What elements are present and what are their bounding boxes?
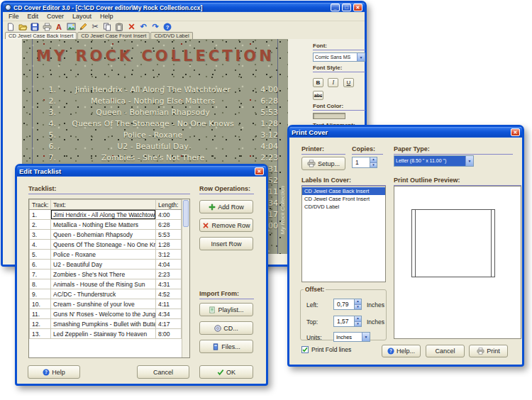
cell-track-text[interactable]: Police - Roxane — [51, 250, 156, 260]
spin-down-icon[interactable]: ▼ — [370, 163, 377, 168]
font-color-swatch[interactable] — [313, 113, 345, 119]
cell-track-length[interactable]: 4:52 — [156, 289, 182, 299]
help-button[interactable]: ? Help... — [382, 345, 421, 357]
cell-track-number[interactable]: 2. — [30, 220, 51, 230]
cell-track-number[interactable]: 13. — [30, 329, 51, 339]
insert-row-button[interactable]: Insert Row — [199, 237, 253, 250]
tracklist-scrollbar[interactable] — [182, 199, 189, 357]
font-icon[interactable]: A — [54, 22, 64, 31]
left-offset-spinner[interactable]: 0,79 ▲▼ — [333, 299, 362, 310]
minimize-button[interactable]: _ — [331, 4, 340, 11]
tab-3[interactable]: CD/DVD Label — [150, 32, 192, 39]
font-select[interactable]: Comic Sans MS ▼ — [313, 52, 365, 62]
cell-track-number[interactable]: 7. — [30, 270, 51, 279]
cell-track-text[interactable]: Jimi Hendrix - All Along The Watchtower — [51, 210, 156, 220]
help-icon[interactable]: ? — [162, 22, 172, 31]
cell-track-text[interactable]: U2 - Beautiful Day — [51, 260, 156, 270]
save-icon[interactable] — [30, 22, 40, 31]
cell-track-length[interactable]: 4:11 — [156, 299, 182, 309]
labels-listbox[interactable]: CD Jewel Case Back InsertCD Jewel Case F… — [301, 186, 386, 282]
cell-track-length[interactable]: 6:28 — [156, 220, 182, 230]
cell-track-length[interactable]: 2:23 — [156, 270, 182, 279]
menu-edit[interactable]: Edit — [23, 13, 43, 20]
listbox-item[interactable]: CD/DVD Label — [302, 203, 385, 211]
maximize-button[interactable]: □ — [342, 4, 351, 11]
copy-icon[interactable] — [102, 22, 112, 31]
chevron-down-icon[interactable]: ▼ — [362, 333, 370, 341]
cell-track-text[interactable]: Cream - Sunshine of your love — [51, 299, 156, 309]
paste-icon[interactable] — [114, 22, 124, 31]
cell-track-length[interactable]: 8:00 — [156, 329, 182, 339]
spin-up-icon[interactable]: ▲ — [355, 316, 361, 322]
cell-track-text[interactable]: AC/DC - Thunderstruck — [51, 289, 156, 299]
new-icon[interactable] — [6, 22, 16, 31]
cancel-button[interactable]: Cancel — [426, 345, 465, 357]
redo-icon[interactable]: ↷ — [150, 22, 160, 31]
open-icon[interactable] — [18, 22, 28, 31]
menu-layout[interactable]: Layout — [68, 13, 96, 20]
delete-icon[interactable] — [126, 22, 136, 31]
col-track[interactable]: Track: — [30, 200, 51, 210]
cell-track-text[interactable]: Zombies - She's Not There — [51, 270, 156, 279]
cell-track-length[interactable]: 4:00 — [156, 210, 182, 220]
italic-button[interactable]: I — [328, 78, 338, 87]
cell-track-length[interactable]: 4:04 — [156, 260, 182, 270]
ok-button[interactable]: OK — [199, 365, 253, 379]
underline-button[interactable]: U — [343, 78, 354, 87]
cell-track-number[interactable]: 10. — [30, 299, 51, 309]
edit-dialog-titlebar[interactable]: Edit Tracklist ✕ — [17, 166, 266, 177]
cell-track-number[interactable]: 11. — [30, 309, 51, 319]
print-dialog-titlebar[interactable]: Print Cover ✕ — [289, 127, 522, 138]
cell-track-number[interactable]: 8. — [30, 279, 51, 289]
printer-setup-button[interactable]: Setup... — [301, 157, 345, 170]
import-files-button[interactable]: Files... — [199, 340, 253, 353]
add-row-button[interactable]: Add Row — [199, 200, 253, 213]
cell-track-text[interactable]: Metallica - Nothing Else Matters — [51, 220, 156, 230]
checkbox-check-icon[interactable] — [301, 346, 309, 353]
menu-help[interactable]: Help — [96, 13, 118, 20]
spin-up-icon[interactable]: ▲ — [355, 299, 361, 305]
cell-track-text[interactable]: Led Zeppelin - Stairway To Heaven — [51, 329, 156, 339]
cell-track-number[interactable]: 4. — [30, 240, 51, 250]
col-text[interactable]: Text: — [51, 200, 156, 210]
strikethrough-button[interactable]: abc — [313, 91, 323, 100]
cell-track-number[interactable]: 1. — [30, 210, 51, 220]
cell-track-text[interactable]: Smashing Pumpkins - Bullet with Butterfl… — [51, 319, 156, 329]
import-cd-button[interactable]: CD... — [199, 321, 253, 335]
undo-icon[interactable]: ↶ — [138, 22, 148, 31]
tab-1[interactable]: CD Jewel Case Back Insert — [5, 32, 77, 39]
close-icon[interactable]: ✕ — [255, 167, 264, 175]
spin-down-icon[interactable]: ▼ — [355, 322, 361, 327]
remove-row-button[interactable]: Remove Row — [199, 218, 253, 232]
cancel-button[interactable]: Cancel — [137, 365, 189, 379]
cell-track-number[interactable]: 6. — [30, 260, 51, 270]
cell-track-text[interactable]: Queens Of The Stoneage - No One Knows — [51, 240, 156, 250]
bold-button[interactable]: B — [313, 78, 323, 87]
cell-track-length[interactable]: 4:31 — [156, 279, 182, 289]
help-button[interactable]: ? Help — [28, 365, 80, 379]
scrollbar-thumb[interactable] — [183, 200, 189, 227]
chevron-down-icon[interactable]: ▼ — [465, 156, 473, 166]
cell-track-length[interactable]: 4:17 — [156, 319, 182, 329]
units-select[interactable]: Inches ▼ — [333, 332, 370, 342]
cut-icon[interactable]: ✂ — [90, 22, 100, 31]
close-icon[interactable]: ✕ — [511, 128, 520, 136]
cell-track-number[interactable]: 5. — [30, 250, 51, 260]
cell-track-text[interactable]: Animals - House of the Rising Sun — [51, 279, 156, 289]
close-button[interactable]: ✕ — [353, 4, 362, 11]
chevron-down-icon[interactable]: ▼ — [357, 53, 365, 61]
col-length[interactable]: Length: — [156, 200, 182, 210]
cell-track-text[interactable]: Guns N' Roses - Welcome to the Jungle — [51, 309, 156, 319]
paper-type-select[interactable]: Letter (8.50 " x 11.00 ") ▼ — [394, 155, 474, 167]
main-titlebar[interactable]: CD Cover Editor 3.0 - [C:\CD Cover edito… — [3, 3, 365, 12]
print-icon[interactable] — [42, 22, 52, 31]
top-offset-spinner[interactable]: 1,57 ▲▼ — [333, 316, 362, 327]
print-button[interactable]: Print — [469, 345, 508, 357]
cell-track-text[interactable]: Queen - Bohemian Rhapsody — [51, 230, 156, 240]
tab-2[interactable]: CD Jewel Case Front Insert — [77, 32, 150, 39]
cell-track-length[interactable]: 3:12 — [156, 250, 182, 260]
image-icon[interactable] — [66, 22, 76, 31]
cell-track-number[interactable]: 12. — [30, 319, 51, 329]
spin-down-icon[interactable]: ▼ — [355, 305, 361, 310]
listbox-item[interactable]: CD Jewel Case Back Insert — [302, 187, 385, 195]
